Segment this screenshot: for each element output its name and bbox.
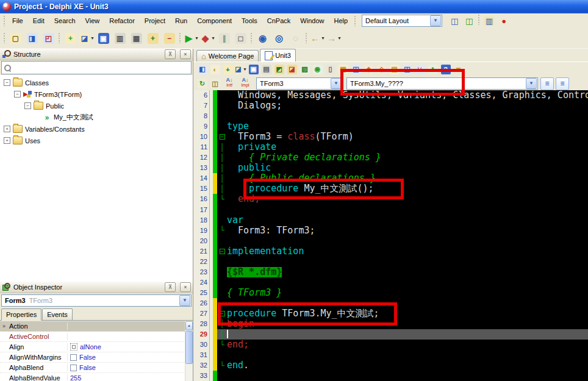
code-line-12[interactable]: 12│ { Private declarations } (194, 152, 588, 163)
code-text[interactable]: end. (227, 360, 588, 371)
code-text[interactable] (227, 257, 588, 267)
expand-icon[interactable]: + (4, 137, 10, 144)
code-line-13[interactable]: 13│ public (194, 163, 588, 173)
code-line-22[interactable]: 22 (194, 257, 588, 267)
code-line-30[interactable]: 30└end; (194, 340, 588, 350)
property-value[interactable]: False (68, 364, 193, 371)
property-row-activecontrol[interactable]: ActiveControl (0, 332, 193, 342)
toolbar-grip[interactable] (179, 33, 182, 43)
chevron-down-icon[interactable]: ▼ (321, 36, 325, 40)
close-icon[interactable]: × (180, 282, 191, 292)
property-row-align[interactable]: AlignalNone (0, 342, 193, 352)
browse-forward-icon[interactable]: →▼ (326, 30, 342, 46)
tab-welcome-page[interactable]: ⌂Welcome Page (196, 50, 259, 62)
structure-tree[interactable]: −Classes−TForm3(TForm)−Public»My_中文測試+Va… (0, 75, 193, 285)
code-editor[interactable]: 6 Windows, Messages, SysUtils, Variants,… (194, 90, 588, 381)
run-parameters-icon[interactable]: ◆▼ (200, 30, 215, 46)
chevron-down-icon[interactable]: ▼ (211, 36, 215, 40)
code-line-24[interactable]: 24 (194, 277, 588, 288)
code-text[interactable]: private (227, 142, 588, 152)
property-row-action[interactable]: »Action (0, 321, 193, 332)
new-edit-window-icon[interactable]: ◫ (209, 77, 221, 90)
code-text[interactable]: type (227, 121, 588, 132)
toolbar-grip[interactable] (3, 33, 6, 43)
stack-list-icon[interactable]: ≡ (540, 77, 554, 90)
chevron-down-icon[interactable]: ▼ (243, 67, 247, 71)
refactor-icon[interactable]: ▨ (298, 63, 311, 76)
toolbar-grip[interactable] (58, 33, 61, 43)
code-text[interactable] (227, 277, 588, 288)
menu-item-run[interactable]: Run (170, 15, 192, 27)
open-project-icon[interactable]: ◰ (41, 30, 56, 46)
menu-item-view[interactable]: View (81, 15, 105, 27)
reopen-icon[interactable]: ◪▼ (79, 30, 95, 46)
history-icon[interactable]: ◐ (209, 63, 221, 76)
structure-search-input[interactable] (1, 61, 192, 74)
type-selector-combo[interactable]: TForm3 ▼ (256, 77, 343, 90)
tree-item-public[interactable]: −Public (0, 100, 193, 112)
menu-item-component[interactable]: Component (192, 15, 237, 27)
code-line-25[interactable]: 25{ TForm3 } (194, 288, 588, 298)
new-item-icon[interactable]: + (221, 63, 234, 76)
save-desktop-icon[interactable]: ◫ (448, 15, 461, 27)
property-grid-scrollbar[interactable]: ▲ (185, 321, 193, 381)
code-text[interactable]: { Private declarations } (227, 152, 588, 163)
chevron-down-icon[interactable]: ▼ (195, 36, 199, 40)
code-line-18[interactable]: 18var (194, 215, 588, 226)
chevron-down-icon[interactable]: ▼ (430, 15, 441, 26)
add-to-project-icon[interactable]: + (145, 30, 160, 46)
trace-to-source-icon[interactable]: ◌ (288, 30, 303, 46)
help-book-icon[interactable]: ▥ (482, 15, 496, 27)
open-file-icon[interactable]: ◨ (24, 30, 40, 46)
tree-item-tform3-tform-[interactable]: −TForm3(TForm) (0, 88, 193, 100)
debug-window-icon[interactable]: ▯ (324, 63, 337, 76)
code-text[interactable]: Form3: TForm3; (227, 226, 588, 236)
goto-interface-icon[interactable]: A↓Intf (222, 77, 237, 90)
expand-icon[interactable]: + (4, 126, 10, 132)
fold-collapse-icon[interactable]: − (220, 249, 225, 254)
menu-item-search[interactable]: Search (49, 15, 81, 27)
code-line-17[interactable]: 17 (194, 205, 588, 215)
code-line-29[interactable]: 29│ (194, 329, 588, 340)
run-icon[interactable]: ▶▼ (184, 30, 199, 46)
code-line-11[interactable]: 11│ private (194, 142, 588, 152)
scroll-up-icon[interactable]: ▲ (185, 321, 193, 330)
menu-item-tools[interactable]: Tools (237, 15, 262, 27)
menu-item-file[interactable]: File (7, 15, 28, 27)
save-icon[interactable]: ▣ (247, 63, 260, 76)
code-text[interactable]: implementation (227, 246, 588, 257)
menu-item-cnpack[interactable]: CnPack (262, 15, 296, 27)
print-icon[interactable]: ▤ (260, 63, 273, 76)
property-value[interactable]: 255 (68, 374, 193, 381)
chevron-down-icon[interactable]: ▼ (337, 36, 342, 40)
property-row-alignwithmargins[interactable]: AlignWithMarginsFalse (0, 352, 193, 363)
sync-icon[interactable]: ◉ (311, 63, 324, 76)
property-value[interactable]: alNone (68, 343, 193, 351)
program-reset-icon[interactable]: ◻ (233, 30, 248, 46)
code-text[interactable]: TForm3 = class(TForm) (227, 132, 588, 142)
layout-toolbar-grip[interactable] (354, 16, 357, 26)
code-line-7[interactable]: 7 Dialogs; (194, 101, 588, 111)
new-unit-icon[interactable]: ▢ (8, 30, 23, 46)
code-text[interactable] (227, 205, 588, 215)
scrollbar-thumb[interactable] (185, 331, 193, 364)
toolbar-grip[interactable] (250, 33, 253, 43)
property-grid[interactable]: »ActionActiveControlAlignalNoneAlignWith… (0, 321, 193, 381)
menu-item-help[interactable]: Help (329, 15, 353, 27)
tree-item-my-[interactable]: »My_中文測試 (0, 112, 193, 123)
tab-unit3[interactable]: Unit3 (260, 49, 296, 62)
tree-item-variables-constants[interactable]: +Variables/Constants (0, 123, 193, 135)
fold-collapse-icon[interactable]: − (220, 134, 225, 140)
code-text[interactable]: { TForm3 } (227, 288, 588, 298)
code-text[interactable]: Dialogs; (227, 101, 588, 111)
trace-into-icon[interactable]: ◎ (271, 30, 287, 46)
pin-icon[interactable]: ⊼ (165, 49, 176, 59)
code-text[interactable]: public (227, 163, 588, 173)
property-row-alphablendvalue[interactable]: AlphaBlendValue255 (0, 373, 193, 381)
code-line-20[interactable]: 20 (194, 236, 588, 246)
code-text[interactable] (227, 236, 588, 246)
add-file-icon[interactable]: + (63, 30, 78, 46)
property-value[interactable]: False (68, 354, 193, 361)
chevron-down-icon[interactable]: ▼ (90, 36, 95, 40)
code-line-33[interactable]: 33 (194, 371, 588, 381)
